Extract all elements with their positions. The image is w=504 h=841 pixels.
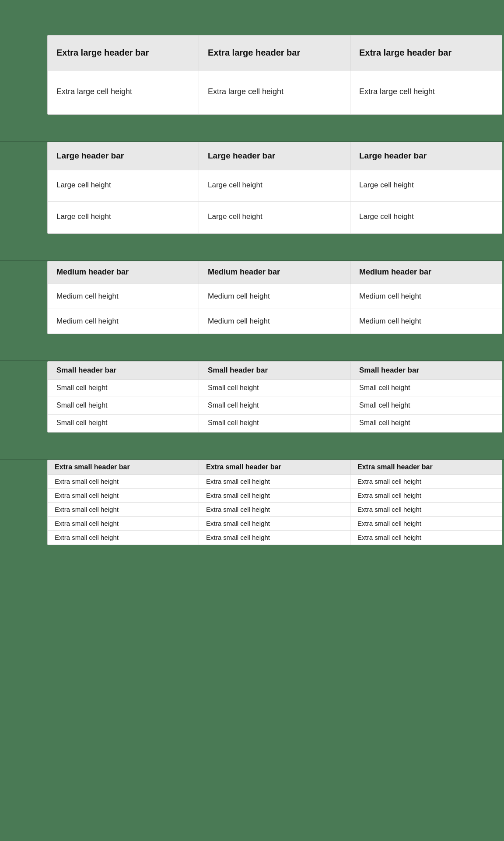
table-row: Extra small cell heightExtra small cell … bbox=[48, 503, 502, 517]
header-cell-0: Extra small header bar bbox=[48, 460, 199, 474]
data-cell-1-1: Large cell height bbox=[199, 202, 350, 233]
table-row: Extra small cell heightExtra small cell … bbox=[48, 475, 502, 489]
table-section-medium: Medium header barMedium header barMedium… bbox=[47, 261, 502, 334]
header-cell-0: Medium header bar bbox=[48, 261, 199, 284]
table-header-row: Medium header barMedium header barMedium… bbox=[48, 261, 502, 284]
data-cell-0-2: Large cell height bbox=[350, 170, 502, 201]
data-cell-1-2: Extra small cell height bbox=[350, 489, 502, 502]
table-small: Small header barSmall header barSmall he… bbox=[47, 361, 502, 433]
data-cell-0-2: Medium cell height bbox=[350, 284, 502, 309]
table-row: Large cell heightLarge cell heightLarge … bbox=[48, 170, 502, 202]
data-cell-0-0: Extra large cell height bbox=[48, 70, 199, 114]
header-cell-2: Large header bar bbox=[350, 142, 502, 170]
data-cell-0-2: Extra small cell height bbox=[350, 475, 502, 488]
table-row: Extra small cell heightExtra small cell … bbox=[48, 517, 502, 531]
data-cell-4-0: Extra small cell height bbox=[48, 531, 199, 545]
table-section-extra-large: Extra large header barExtra large header… bbox=[47, 35, 502, 115]
data-cell-0-0: Large cell height bbox=[48, 170, 199, 201]
header-cell-2: Small header bar bbox=[350, 362, 502, 379]
header-cell-0: Extra large header bar bbox=[48, 35, 199, 70]
table-section-extra-small: Extra small header barExtra small header… bbox=[47, 460, 502, 545]
table-header-row: Extra small header barExtra small header… bbox=[48, 460, 502, 475]
table-section-large: Large header barLarge header barLarge he… bbox=[47, 142, 502, 234]
data-cell-3-0: Extra small cell height bbox=[48, 517, 199, 530]
table-row: Small cell heightSmall cell heightSmall … bbox=[48, 415, 502, 432]
table-section-small: Small header barSmall header barSmall he… bbox=[47, 361, 502, 433]
header-cell-1: Small header bar bbox=[199, 362, 350, 379]
data-cell-0-0: Small cell height bbox=[48, 380, 199, 397]
data-cell-2-1: Extra small cell height bbox=[199, 503, 350, 516]
data-cell-1-1: Small cell height bbox=[199, 397, 350, 414]
table-large: Large header barLarge header barLarge he… bbox=[47, 142, 502, 234]
data-cell-3-1: Extra small cell height bbox=[199, 517, 350, 530]
data-cell-2-1: Small cell height bbox=[199, 415, 350, 432]
table-row: Medium cell heightMedium cell heightMedi… bbox=[48, 309, 502, 334]
data-cell-4-2: Extra small cell height bbox=[350, 531, 502, 545]
data-cell-0-1: Small cell height bbox=[199, 380, 350, 397]
data-cell-1-0: Small cell height bbox=[48, 397, 199, 414]
data-cell-4-1: Extra small cell height bbox=[199, 531, 350, 545]
data-cell-0-1: Extra small cell height bbox=[199, 475, 350, 488]
table-row: Large cell heightLarge cell heightLarge … bbox=[48, 202, 502, 233]
data-cell-0-0: Extra small cell height bbox=[48, 475, 199, 488]
header-cell-1: Extra large header bar bbox=[199, 35, 350, 70]
header-cell-2: Medium header bar bbox=[350, 261, 502, 284]
data-cell-0-2: Extra large cell height bbox=[350, 70, 502, 114]
header-cell-2: Extra small header bar bbox=[350, 460, 502, 474]
table-row: Small cell heightSmall cell heightSmall … bbox=[48, 380, 502, 397]
data-cell-2-0: Extra small cell height bbox=[48, 503, 199, 516]
header-cell-0: Small header bar bbox=[48, 362, 199, 379]
table-row: Extra small cell heightExtra small cell … bbox=[48, 531, 502, 545]
page-wrapper: Extra large header barExtra large header… bbox=[0, 0, 504, 606]
data-cell-2-2: Extra small cell height bbox=[350, 503, 502, 516]
table-medium: Medium header barMedium header barMedium… bbox=[47, 261, 502, 334]
header-cell-2: Extra large header bar bbox=[350, 35, 502, 70]
table-header-row: Extra large header barExtra large header… bbox=[48, 35, 502, 70]
table-extra-large: Extra large header barExtra large header… bbox=[47, 35, 502, 115]
data-cell-0-1: Large cell height bbox=[199, 170, 350, 201]
data-cell-1-0: Extra small cell height bbox=[48, 489, 199, 502]
data-cell-0-0: Medium cell height bbox=[48, 284, 199, 309]
data-cell-2-2: Small cell height bbox=[350, 415, 502, 432]
table-extra-small: Extra small header barExtra small header… bbox=[47, 460, 502, 545]
header-cell-1: Medium header bar bbox=[199, 261, 350, 284]
data-cell-1-0: Large cell height bbox=[48, 202, 199, 233]
table-header-row: Small header barSmall header barSmall he… bbox=[48, 362, 502, 380]
data-cell-1-2: Large cell height bbox=[350, 202, 502, 233]
header-cell-0: Large header bar bbox=[48, 142, 199, 170]
data-cell-3-2: Extra small cell height bbox=[350, 517, 502, 530]
data-cell-1-0: Medium cell height bbox=[48, 309, 199, 334]
data-cell-0-2: Small cell height bbox=[350, 380, 502, 397]
data-cell-1-2: Small cell height bbox=[350, 397, 502, 414]
data-cell-1-2: Medium cell height bbox=[350, 309, 502, 334]
header-cell-1: Extra small header bar bbox=[199, 460, 350, 474]
data-cell-0-1: Medium cell height bbox=[199, 284, 350, 309]
table-row: Extra large cell heightExtra large cell … bbox=[48, 70, 502, 114]
table-row: Extra small cell heightExtra small cell … bbox=[48, 489, 502, 503]
data-cell-1-1: Extra small cell height bbox=[199, 489, 350, 502]
data-cell-0-1: Extra large cell height bbox=[199, 70, 350, 114]
table-header-row: Large header barLarge header barLarge he… bbox=[48, 142, 502, 170]
table-row: Small cell heightSmall cell heightSmall … bbox=[48, 397, 502, 415]
data-cell-1-1: Medium cell height bbox=[199, 309, 350, 334]
table-row: Medium cell heightMedium cell heightMedi… bbox=[48, 284, 502, 309]
data-cell-2-0: Small cell height bbox=[48, 415, 199, 432]
header-cell-1: Large header bar bbox=[199, 142, 350, 170]
